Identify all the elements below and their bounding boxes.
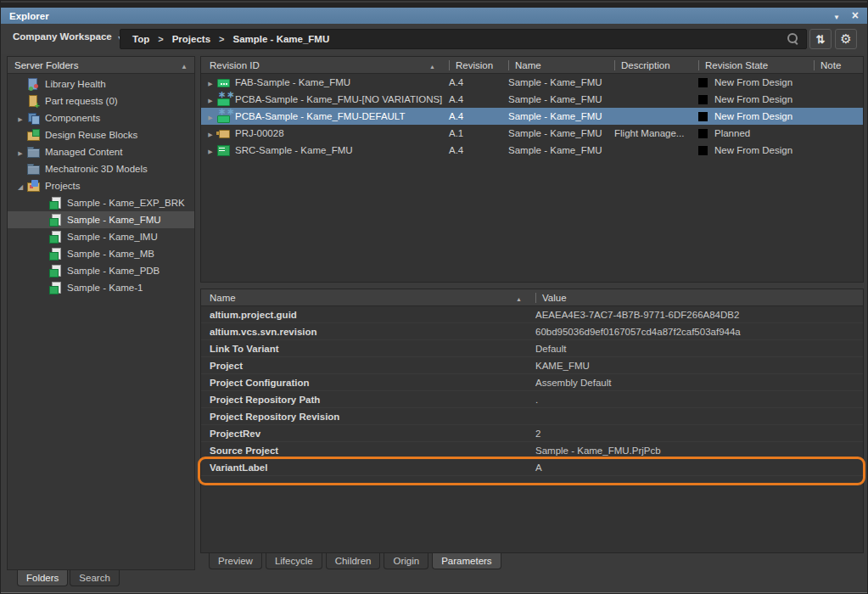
sidebar-item-mechatronic-3d-models[interactable]: Mechatronic 3D Models [8,160,194,177]
part-requests-icon [26,94,40,108]
param-row-variantlabel[interactable]: VariantLabel A [201,459,863,476]
server-folders-panel: Server Folders Library Health Part reque… [7,56,195,570]
breadcrumb-item-top[interactable]: Top [127,34,154,44]
param-row-svn-revision[interactable]: altium.vcs.svn.revision 60bd95036d9ef016… [201,323,863,340]
tab-preview[interactable]: Preview [209,553,262,569]
table-row-fab[interactable]: FAB-Sample - Kame_FMU A.4 Sample - Kame_… [201,74,863,91]
expand-collapsed-icon[interactable] [204,145,216,155]
column-header-revision-state[interactable]: Revision State [692,57,807,73]
expand-collapsed-icon[interactable] [14,113,26,123]
column-header-param-value[interactable]: Value [529,289,863,305]
param-row-projectrev[interactable]: ProjectRev 2 [201,425,863,442]
expand-collapsed-icon[interactable] [204,128,216,138]
table-row-src[interactable]: SRC-Sample - Kame_FMU A.4 Sample - Kame_… [201,142,863,159]
param-value: AEAEA4E3-7AC7-4B7B-9771-6DF266A84DB2 [529,306,863,322]
expand-collapsed-icon[interactable] [204,94,216,104]
tree-item-label: Mechatronic 3D Models [45,164,148,174]
sync-button[interactable] [809,29,832,49]
sidebar-item-sample-kame-mb[interactable]: Sample - Kame_MB [8,245,194,262]
tab-label: Origin [393,556,419,566]
description [608,91,692,108]
tree-item-label: Sample - Kame_IMU [67,232,158,242]
revision: A.1 [442,125,501,142]
tab-search[interactable]: Search [70,570,119,586]
expand-collapsed-icon[interactable] [204,77,216,87]
param-row-project-repository-revision[interactable]: Project Repository Revision [201,408,863,425]
param-name: altium.project.guid [201,306,529,322]
sidebar-item-components[interactable]: Components [8,109,194,126]
tab-label: Preview [218,556,253,566]
table-row-prj[interactable]: PRJ-00028 A.1 Sample - Kame_FMU Flight M… [201,125,863,142]
param-value: 2 [529,425,863,441]
pcba-icon [216,92,230,106]
table-row-pcba-no-variations[interactable]: PCBA-Sample - Kame_FMU-[NO VARIATIONS] A… [201,91,863,108]
note [807,142,863,159]
sidebar-item-sample-kame-imu[interactable]: Sample - Kame_IMU [8,228,194,245]
expand-collapsed-icon[interactable] [204,111,216,121]
breadcrumb-item-current[interactable]: Sample - Kame_FMU [228,34,335,44]
sidebar-item-sample-kame-1[interactable]: Sample - Kame-1 [8,279,194,296]
column-header-revision-id[interactable]: Revision ID [201,57,442,73]
server-folders-header[interactable]: Server Folders [8,57,194,74]
detail-tabs: Preview Lifecycle Children Origin Parame… [209,553,501,569]
param-name: Project Configuration [201,374,529,390]
sidebar-item-design-reuse-blocks[interactable]: Design Reuse Blocks [8,126,194,143]
sidebar-item-sample-kame-pdb[interactable]: Sample - Kame_PDB [8,262,194,279]
breadcrumb-separator-icon: > [216,34,227,44]
tree-item-label: Sample - Kame_PDB [67,266,160,276]
project-item-icon [48,281,62,294]
param-value [529,408,863,424]
param-row-link-to-variant[interactable]: Link To Variant Default [201,340,863,357]
panel-menu-caret-icon[interactable] [833,11,840,21]
table-row-pcba-default-selected[interactable]: PCBA-Sample - Kame_FMU-DEFAULT A.4 Sampl… [201,108,863,125]
tab-parameters[interactable]: Parameters [432,553,501,569]
sidebar-item-library-health[interactable]: Library Health [8,76,194,92]
project-revision-icon [216,126,230,140]
expand-collapsed-icon[interactable] [14,147,26,157]
param-row-source-project[interactable]: Source Project Sample - Kame_FMU.PrjPcb [201,442,863,459]
column-label: Value [542,293,567,303]
column-header-note[interactable]: Note [807,57,863,73]
param-row-project-guid[interactable]: altium.project.guid AEAEA4E3-7AC7-4B7B-9… [201,306,863,323]
column-header-revision[interactable]: Revision [442,57,501,73]
sidebar-item-sample-kame-exp-brk[interactable]: Sample - Kame_EXP_BRK [8,194,194,211]
fabrication-icon [216,76,230,89]
param-name: Source Project [201,442,529,458]
column-label: Name [210,293,236,303]
tab-children[interactable]: Children [326,553,381,569]
tab-folders[interactable]: Folders [17,570,68,586]
column-header-description[interactable]: Description [608,57,692,73]
settings-button[interactable] [835,29,857,49]
column-header-name[interactable]: Name [501,57,608,73]
revision-state: New From Design [714,145,792,155]
param-row-project-configuration[interactable]: Project Configuration Assembly Default [201,374,863,391]
close-icon[interactable] [852,11,859,21]
note [807,74,863,91]
param-name: VariantLabel [201,459,529,475]
tree-item-label: Sample - Kame-1 [67,283,143,293]
param-value: Assembly Default [529,374,863,390]
tab-lifecycle[interactable]: Lifecycle [266,553,322,569]
sidebar-item-part-requests[interactable]: Part requests (0) [8,92,194,109]
sidebar-item-sample-kame-fmu[interactable]: Sample - Kame_FMU [8,211,194,228]
components-icon [26,111,40,125]
column-label: Name [515,60,541,70]
param-name: altium.vcs.svn.revision [201,323,529,339]
tab-origin[interactable]: Origin [384,553,428,569]
sidebar-item-projects[interactable]: Projects [8,177,194,194]
sync-icon [816,33,826,46]
workspace-selector[interactable]: Company Workspace [13,31,123,42]
project-item-icon [48,264,62,277]
search-icon[interactable] [787,33,799,45]
breadcrumb-item-projects[interactable]: Projects [167,34,216,44]
expand-expanded-icon[interactable] [14,181,26,191]
column-header-param-name[interactable]: Name [201,289,529,305]
collapse-up-icon[interactable] [181,60,188,70]
param-row-project[interactable]: Project KAME_FMU [201,357,863,374]
tree-item-label: Components [45,113,100,123]
project-item-icon [48,230,62,244]
param-row-project-repository-path[interactable]: Project Repository Path . [201,391,863,408]
projects-folder-icon [26,179,40,193]
param-name: Project Repository Revision [201,408,529,424]
sidebar-item-managed-content[interactable]: Managed Content [8,143,194,160]
